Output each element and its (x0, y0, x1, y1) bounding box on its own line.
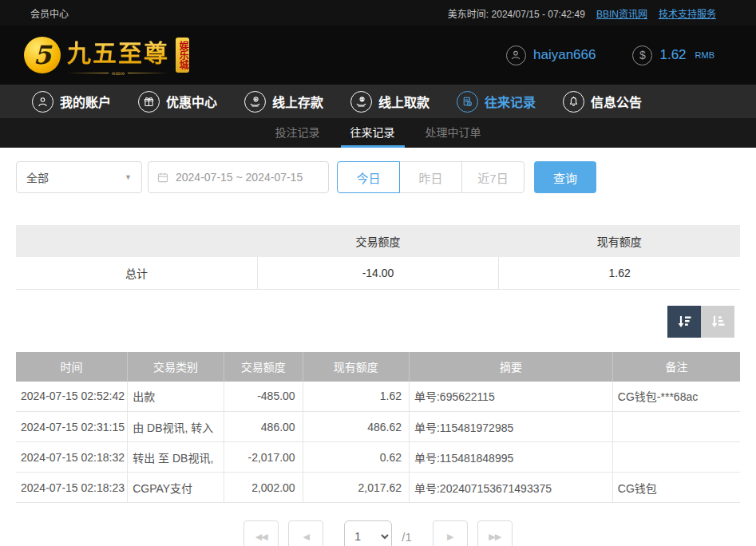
first-page-button[interactable]: ◀◀ (243, 520, 279, 546)
nav-item-withdraw[interactable]: 线上取款 (350, 91, 429, 113)
table-row: 2024-07-15 02:52:42 出款 -485.00 1.62 单号:6… (16, 382, 740, 412)
cell-amount: 486.00 (224, 412, 303, 442)
today-button[interactable]: 今日 (337, 161, 400, 193)
date-range-value: 2024-07-15 ~ 2024-07-15 (176, 171, 303, 184)
cell-type: 由 DB视讯, 转入 (128, 412, 224, 442)
first-page-icon: ◀◀ (255, 532, 267, 542)
cell-note (612, 412, 740, 442)
summary-header-trade: 交易额度 (257, 225, 498, 257)
prev-page-button[interactable]: ◀ (288, 520, 323, 546)
content: 全部 ▼ 2024-07-15 ~ 2024-07-15 今日 昨日 近7日 查… (0, 161, 756, 546)
page-total-label: /1 (402, 530, 412, 544)
main-nav: 我的账户 优惠中心 线上存款 线上取款 往来记录 信息公告 (0, 85, 756, 118)
member-center-label: 会员中心 (30, 6, 69, 20)
logo-circle-icon: 5 (24, 37, 61, 73)
site-logo[interactable]: 5 九五至尊 «∞» 娱乐城 (24, 34, 189, 77)
deposit-icon (244, 91, 266, 113)
cell-time: 2024-07-15 02:18:23 (16, 473, 128, 503)
last-page-button[interactable]: ▶▶ (477, 520, 513, 546)
balance-currency: RMB (695, 50, 714, 60)
server-time-value: 2024/07/15 - 07:42:49 (492, 9, 585, 20)
username: haiyan666 (533, 47, 596, 63)
user-area: haiyan666 $ 1.62 RMB (506, 46, 714, 65)
cell-amount: -485.00 (224, 382, 303, 412)
wallet-dollar-icon: $ (632, 46, 652, 65)
server-time-label: 美东时间: (448, 9, 489, 20)
category-select-value: 全部 (26, 169, 49, 185)
col-balance: 现有额度 (303, 352, 409, 382)
topbar: 会员中心 美东时间: 2024/07/15 - 07:42:49 BBIN资讯网… (0, 0, 756, 26)
last7days-button[interactable]: 近7日 (461, 161, 524, 193)
balance-info[interactable]: $ 1.62 RMB (632, 46, 714, 65)
logo-badge: 娱乐城 (176, 38, 189, 73)
last-page-icon: ▶▶ (489, 532, 501, 542)
tab-pending-orders[interactable]: 处理中订单 (416, 118, 491, 148)
summary-balance-total: 1.62 (499, 257, 740, 289)
cell-time: 2024-07-15 02:31:15 (16, 412, 128, 442)
cell-summary: 单号:115481848995 (409, 442, 612, 473)
cell-balance: 0.62 (303, 442, 409, 473)
cell-balance: 1.62 (303, 382, 409, 412)
calendar-icon (156, 171, 169, 184)
sort-descending-button[interactable] (667, 306, 701, 338)
transactions-table: 时间 交易类别 交易额度 现有额度 摘要 备注 2024-07-15 02:52… (16, 352, 740, 504)
cell-summary: 单号:202407153671493375 (409, 473, 612, 503)
nav-item-my-account[interactable]: 我的账户 (32, 91, 111, 113)
user-info[interactable]: haiyan666 (506, 46, 596, 65)
sort-ascending-icon (708, 312, 727, 331)
bbin-news-link[interactable]: BBIN资讯网 (596, 6, 647, 20)
summary-header-blank (16, 225, 257, 257)
next-page-button[interactable]: ▶ (433, 520, 468, 546)
table-row: 2024-07-15 02:18:32 转出 至 DB视讯, -2,017.00… (16, 442, 740, 473)
cell-time: 2024-07-15 02:52:42 (16, 382, 128, 412)
cell-type: 转出 至 DB视讯, (128, 442, 224, 473)
nav-item-promotions[interactable]: 优惠中心 (138, 91, 217, 113)
summary-table: 交易额度 现有额度 总计 -14.00 1.62 (16, 225, 740, 290)
subnav: 投注记录 往来记录 处理中订单 (0, 118, 756, 148)
summary-trade-total: -14.00 (257, 257, 498, 289)
tab-bet-records[interactable]: 投注记录 (266, 118, 330, 148)
cell-note (612, 442, 740, 473)
logo-title: 九五至尊 (67, 34, 169, 69)
tech-support-link[interactable]: 技术支持服务 (659, 6, 716, 20)
summary-header-balance: 现有额度 (499, 225, 740, 257)
category-select[interactable]: 全部 ▼ (16, 161, 142, 193)
yesterday-button[interactable]: 昨日 (399, 161, 462, 193)
bell-icon (563, 91, 584, 113)
table-row: 2024-07-15 02:31:15 由 DB视讯, 转入 486.00 48… (16, 412, 740, 442)
nav-item-transactions[interactable]: 往来记录 (457, 91, 536, 113)
col-type: 交易类别 (128, 352, 224, 382)
cell-note: CG钱包-***68ac (612, 382, 740, 412)
cell-type: 出款 (128, 382, 224, 412)
search-button[interactable]: 查询 (534, 161, 596, 193)
page-select[interactable]: 1 (344, 520, 392, 546)
quick-date-group: 今日 昨日 近7日 (337, 161, 524, 193)
nav-item-announcements[interactable]: 信息公告 (563, 91, 642, 113)
sort-ascending-button[interactable] (701, 306, 734, 338)
table-header-row: 时间 交易类别 交易额度 现有额度 摘要 备注 (16, 352, 740, 382)
col-amount: 交易额度 (224, 352, 303, 382)
summary-total-label: 总计 (16, 257, 257, 289)
logo-text-block: 九五至尊 «∞» (67, 34, 169, 77)
cell-note: CG钱包 (612, 473, 740, 503)
pagination: ◀◀ ◀ 1 /1 ▶ ▶▶ (16, 520, 740, 546)
prev-page-icon: ◀ (303, 532, 309, 542)
nav-item-deposit[interactable]: 线上存款 (244, 91, 323, 113)
cell-time: 2024-07-15 02:18:32 (16, 442, 128, 473)
balance-amount: 1.62 (659, 47, 686, 63)
cell-amount: 2,002.00 (224, 473, 303, 503)
summary-total-row: 总计 -14.00 1.62 (16, 257, 740, 289)
cell-balance: 2,017.62 (303, 473, 409, 503)
date-range-input[interactable]: 2024-07-15 ~ 2024-07-15 (148, 161, 329, 193)
cell-type: CGPAY支付 (128, 473, 224, 503)
filter-row: 全部 ▼ 2024-07-15 ~ 2024-07-15 今日 昨日 近7日 查… (16, 161, 740, 193)
sort-row (16, 306, 740, 338)
col-time: 时间 (16, 352, 128, 382)
gift-icon (138, 91, 160, 113)
tab-transaction-records[interactable]: 往来记录 (341, 118, 405, 148)
cell-summary: 单号:695622115 (409, 382, 612, 412)
chevron-down-icon: ▼ (125, 173, 132, 181)
user-icon (32, 91, 53, 113)
sort-descending-icon (675, 312, 694, 331)
cell-balance: 486.62 (303, 412, 409, 442)
